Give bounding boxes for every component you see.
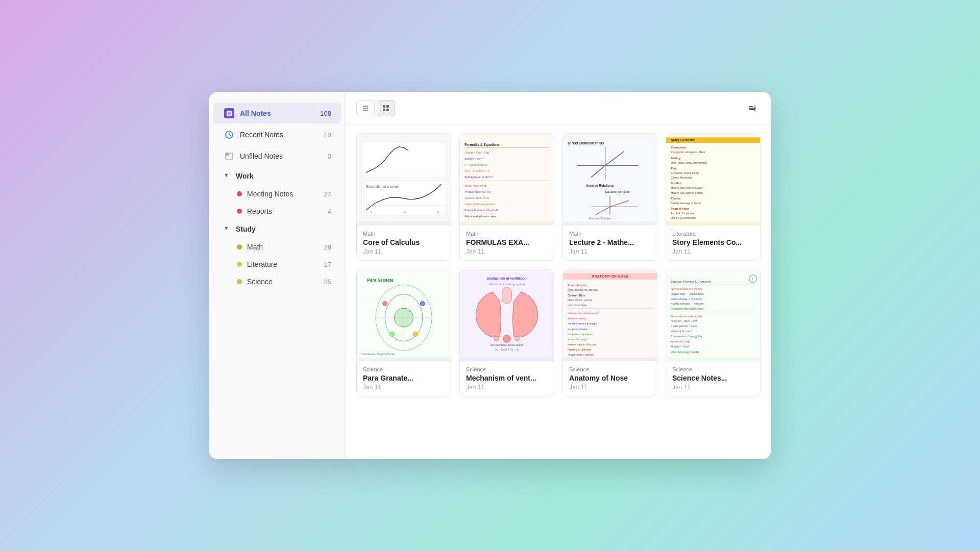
sidebar-item-meeting-notes[interactable]: Meeting Notes 24 <box>213 186 341 202</box>
sidebar-item-reports[interactable]: Reports 4 <box>213 203 341 219</box>
meeting-notes-count: 24 <box>324 190 331 198</box>
literature-count: 17 <box>324 261 331 268</box>
note-title-4: Story Elements Co... <box>672 238 754 246</box>
svg-text:Man vs Man, Man vs Nature: Man vs Man, Man vs Nature <box>671 186 703 189</box>
note-card-5[interactable]: Para Granate Classification: Kingdom Pla… <box>356 269 451 396</box>
note-card-4[interactable]: Story Elements Characters: Protagonist, … <box>666 133 761 261</box>
svg-text:Central message or lesson: Central message or lesson <box>671 202 701 205</box>
note-title-7: Anatomy of Nose <box>569 374 651 382</box>
svg-text:• nerve supply - olfactory: • nerve supply - olfactory <box>568 343 596 346</box>
math-dot <box>237 244 242 249</box>
math-count: 28 <box>324 243 331 251</box>
notes-grid: Subsitution of a curve x 2x 3x Math Core… <box>346 125 771 459</box>
svg-text:External Nose: External Nose <box>568 284 586 287</box>
svg-text:Point of View:: Point of View: <box>671 207 690 210</box>
svg-text:Area and Volume: Area and Volume <box>589 217 610 220</box>
note-card-8[interactable]: i Science: Physics & Chemistry • physica… <box>666 269 761 396</box>
all-notes-icon <box>224 108 235 119</box>
note-card-3[interactable]: Direct Relationships Inverse Relations E… <box>562 133 657 261</box>
svg-text:• inferior meatus: • inferior meatus <box>568 317 586 320</box>
svg-text:Man vs Self, Man vs Society: Man vs Self, Man vs Society <box>671 191 703 194</box>
svg-text:Euler's Formula: e^iπ+1=0: Euler's Formula: e^iπ+1=0 <box>464 209 498 212</box>
work-chevron-icon: ▼ <box>224 172 232 180</box>
svg-text:Chain Rule: dy/dx: Chain Rule: dy/dx <box>464 184 487 187</box>
note-thumbnail-4: Story Elements Characters: Protagonist, … <box>666 134 760 226</box>
svg-text:Protagonist, Antagonist, Minor: Protagonist, Antagonist, Minor <box>671 151 705 154</box>
list-view-button[interactable] <box>356 100 375 116</box>
note-date-1: Jan 11 <box>363 248 445 255</box>
svg-text:3x: 3x <box>436 211 439 214</box>
unfiled-notes-count: 0 <box>328 153 331 160</box>
sidebar-item-literature[interactable]: Literature 17 <box>213 256 341 272</box>
sort-button[interactable] <box>744 100 761 116</box>
note-date-3: Jan 11 <box>569 248 651 255</box>
toolbar <box>346 92 771 125</box>
note-info-2: Math FORMULAS EXA... Jan 11 <box>460 226 554 260</box>
svg-text:Taylor Series expansion: Taylor Series expansion <box>464 203 495 206</box>
sidebar-item-all-notes[interactable]: All Notes 108 <box>213 103 341 123</box>
note-card-1[interactable]: Subsitution of a curve x 2x 3x Math Core… <box>356 133 451 261</box>
svg-text:Time, place, social environmen: Time, place, social environment <box>671 161 707 164</box>
svg-rect-13 <box>386 109 389 111</box>
recent-notes-icon <box>224 129 235 140</box>
svg-text:ANATOMY OF NOSE: ANATOMY OF NOSE <box>592 274 628 279</box>
svg-text:Plot:: Plot: <box>671 167 677 170</box>
svg-text:∫ electron - atom + 2mf: ∫ electron - atom + 2mf <box>670 319 697 322</box>
svg-text:Nasal bones - paired: Nasal bones - paired <box>568 298 592 302</box>
svg-text:• formula: E = mc²: • formula: E = mc² <box>671 330 692 333</box>
svg-text:∫ f(x)dx = F(b) - F(a): ∫ f(x)dx = F(b) - F(a) <box>464 151 489 154</box>
svg-text:Conservation of energy law: Conservation of energy law <box>671 335 702 338</box>
note-subject-1: Math <box>363 231 445 237</box>
note-subject-2: Math <box>466 231 548 237</box>
note-title-2: FORMULAS EXA... <box>466 238 548 246</box>
note-thumbnail-6: mechanism of ventilation the human breat… <box>460 269 554 361</box>
note-card-7[interactable]: ANATOMY OF NOSE External Nose Root, dors… <box>562 269 657 396</box>
science-dot <box>237 279 242 284</box>
sidebar-item-math[interactable]: Math 28 <box>213 239 341 255</box>
grid-view-button[interactable] <box>377 100 395 116</box>
sidebar-item-science[interactable]: Science 35 <box>213 273 341 290</box>
svg-text:lim x→0 sin(x)/x = 1: lim x→0 sin(x)/x = 1 <box>464 169 489 172</box>
note-info-6: Science Mechanism of vent... Jan 11 <box>460 361 554 396</box>
svg-text:1st, 2nd, 3rd person: 1st, 2nd, 3rd person <box>671 212 694 215</box>
svg-text:2x: 2x <box>404 211 407 214</box>
svg-text:Pythagorean: a²+b²=c²: Pythagorean: a²+b²=c² <box>464 176 493 179</box>
note-thumbnail-2: Formulas & Equations ∫ f(x)dx = F(b) - F… <box>460 134 554 226</box>
svg-text:• thermal energy transfer: • thermal energy transfer <box>671 350 699 354</box>
svg-text:Conflict:: Conflict: <box>671 182 682 185</box>
note-card-6[interactable]: mechanism of ventilation the human breat… <box>459 269 554 396</box>
svg-text:Inverse Relations: Inverse Relations <box>586 184 614 187</box>
note-date-8: Jan 11 <box>672 384 754 391</box>
note-date-6: Jan 11 <box>466 384 548 391</box>
svg-text:• middle meatus drainage: • middle meatus drainage <box>568 322 597 325</box>
recent-notes-count: 10 <box>324 131 331 139</box>
svg-text:d/dx[xⁿ] = nxⁿ⁻¹: d/dx[xⁿ] = nxⁿ⁻¹ <box>464 157 483 160</box>
svg-text:Colored Blue: Colored Blue <box>568 294 585 297</box>
study-group-label: Study <box>236 225 256 233</box>
note-date-4: Jan 11 <box>672 248 754 255</box>
note-info-3: Math Lecture 2 - Mathe... Jan 11 <box>563 226 657 260</box>
svg-point-88 <box>515 336 520 341</box>
sidebar-group-work[interactable]: ▼ Work <box>213 167 341 185</box>
app-window: All Notes 108 Recent Notes 10 Unfile <box>209 92 771 459</box>
svg-text:O₂ → blood, CO₂ → air: O₂ → blood, CO₂ → air <box>495 348 519 351</box>
svg-text:Direct Relationships: Direct Relationships <box>568 141 604 145</box>
note-thumbnail-5: Para Granate Classification: Kingdom Pla… <box>357 269 451 361</box>
study-chevron-icon: ▼ <box>224 225 232 233</box>
sidebar-group-study[interactable]: ▼ Study <box>213 220 341 238</box>
science-count: 35 <box>324 278 331 286</box>
note-date-7: Jan 11 <box>569 384 651 391</box>
note-title-3: Lecture 2 - Mathe... <box>569 238 651 246</box>
note-title-5: Para Granate... <box>363 374 445 382</box>
all-notes-count: 108 <box>320 110 331 117</box>
svg-text:= sum(particle) = mass: = sum(particle) = mass <box>671 324 697 328</box>
svg-text:- larger body → smaller body: - larger body → smaller body <box>671 292 704 295</box>
main-content: Subsitution of a curve x 2x 3x Math Core… <box>346 92 771 459</box>
note-thumbnail-8: i Science: Physics & Chemistry • physica… <box>666 269 760 361</box>
sidebar-item-recent-notes[interactable]: Recent Notes 10 <box>213 124 341 145</box>
sidebar-item-unfiled-notes[interactable]: Unfiled Notes 0 <box>213 146 341 166</box>
note-thumbnail-7: ANATOMY OF NOSE External Nose Root, dors… <box>563 269 657 361</box>
recent-notes-label: Recent Notes <box>240 131 324 139</box>
note-card-2[interactable]: Formulas & Equations ∫ f(x)dx = F(b) - F… <box>459 133 554 261</box>
svg-text:• lymphatic drainage: • lymphatic drainage <box>568 348 591 351</box>
